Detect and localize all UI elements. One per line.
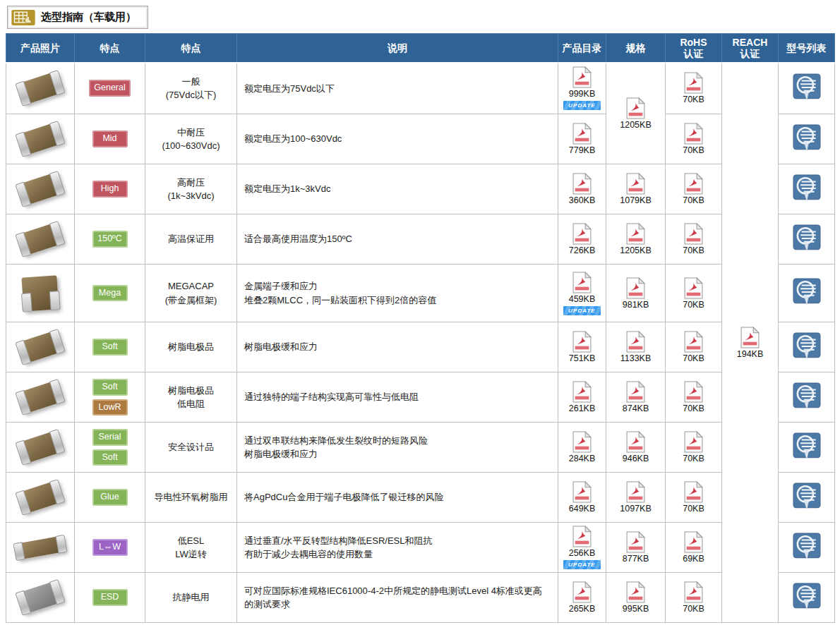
rohs-pdf-link[interactable]: 70KB xyxy=(683,223,704,255)
rohs-pdf-link[interactable]: 70KB xyxy=(683,381,704,413)
feature-text: 低ESL LW逆转 xyxy=(145,523,237,573)
selection-guide-table: 产品照片 特点 特点 说明 产品目录 规格 RoHS 认证 REACH 认证 型… xyxy=(6,33,835,623)
description-text: 适合最高使用温度为150ºC xyxy=(237,214,558,265)
model-list-icon[interactable] xyxy=(793,382,821,411)
spec-pdf-link[interactable]: 981KB xyxy=(623,277,649,310)
file-size: 999KB xyxy=(569,89,596,99)
pdf-icon xyxy=(626,331,645,353)
file-size: 70KB xyxy=(683,145,704,155)
catalog-pdf-link[interactable]: 779KB xyxy=(569,123,596,155)
col-header-models: 型号列表 xyxy=(779,34,835,63)
spec-pdf-link[interactable]: 1097KB xyxy=(620,481,651,514)
feature-text: 树脂电极品 低电阻 xyxy=(145,372,237,423)
pdf-icon xyxy=(684,481,703,503)
file-size: 261KB xyxy=(569,403,596,413)
model-list-icon[interactable] xyxy=(793,483,821,511)
feature-text: 安全设计品 xyxy=(145,423,237,473)
update-badge: UPDATE xyxy=(563,560,600,569)
feature-text: 树脂电极品 xyxy=(145,322,237,372)
catalog-pdf-link[interactable]: 999KB UPDATE xyxy=(563,66,600,110)
product-photo xyxy=(17,122,64,157)
model-list-icon[interactable] xyxy=(793,224,821,253)
table-row: Soft 树脂电极品 树脂电极缓和应力 751KB 1133KB 70KB xyxy=(6,322,835,372)
spec-pdf-link[interactable]: 1205KB xyxy=(620,97,651,130)
spec-pdf-link[interactable]: 995KB xyxy=(623,581,649,614)
catalog-pdf-link[interactable]: 726KB xyxy=(569,223,596,255)
rohs-pdf-link[interactable]: 69KB xyxy=(683,531,704,564)
pdf-icon xyxy=(684,277,703,299)
file-size: 265KB xyxy=(569,604,596,614)
pdf-icon xyxy=(684,381,703,403)
model-list-icon[interactable] xyxy=(793,73,821,102)
catalog-pdf-link[interactable]: 751KB xyxy=(569,331,596,363)
model-list-icon[interactable] xyxy=(793,278,821,306)
file-size: 751KB xyxy=(569,353,596,363)
rohs-pdf-link[interactable]: 70KB xyxy=(683,331,704,363)
reach-pdf-link[interactable]: 194KB xyxy=(737,327,764,359)
spec-pdf-link[interactable]: 1133KB xyxy=(620,331,652,363)
file-size: 995KB xyxy=(623,604,649,614)
col-header-badge: 特点 xyxy=(75,34,145,63)
pdf-icon xyxy=(572,526,592,547)
pdf-icon xyxy=(626,381,645,403)
description-text: 额定电压为100~630Vdc xyxy=(237,114,558,164)
file-size: 779KB xyxy=(569,145,596,155)
file-size: 70KB xyxy=(683,604,704,614)
spec-pdf-link[interactable]: 1205KB xyxy=(620,223,651,255)
model-list-icon[interactable] xyxy=(793,174,821,202)
model-list-icon[interactable] xyxy=(793,533,821,561)
catalog-pdf-link[interactable]: 265KB xyxy=(569,581,596,614)
pdf-icon xyxy=(684,581,703,603)
col-header-desc: 说明 xyxy=(237,34,558,63)
feature-text: 高耐压 (1k~3kVdc) xyxy=(145,164,237,214)
file-size: 70KB xyxy=(683,195,704,205)
rohs-pdf-link[interactable]: 70KB xyxy=(683,173,704,205)
file-size: 70KB xyxy=(683,300,704,310)
description-text: 额定电压为1k~3kVdc xyxy=(237,164,558,214)
model-list-icon[interactable] xyxy=(793,583,821,611)
file-size: 256KB xyxy=(569,548,596,558)
pdf-icon xyxy=(684,331,703,353)
catalog-pdf-link[interactable]: 261KB xyxy=(569,381,596,413)
rohs-pdf-link[interactable]: 70KB xyxy=(683,277,704,310)
pdf-icon xyxy=(684,123,703,145)
pdf-icon xyxy=(572,173,592,195)
model-list-icon[interactable] xyxy=(793,332,821,360)
description-text: 树脂电极缓和应力 xyxy=(237,322,558,372)
pdf-icon xyxy=(626,223,645,245)
catalog-pdf-link[interactable]: 256KB UPDATE xyxy=(563,526,600,569)
file-size: 70KB xyxy=(683,504,704,514)
feature-text: 高温保证用 xyxy=(145,214,237,265)
catalog-pdf-link[interactable]: 284KB xyxy=(569,431,596,463)
model-list-icon[interactable] xyxy=(793,432,821,461)
pdf-icon xyxy=(684,173,703,195)
spec-pdf-link[interactable]: 874KB xyxy=(623,381,649,413)
feature-badge: ESD xyxy=(92,589,128,606)
rohs-pdf-link[interactable]: 70KB xyxy=(683,431,704,463)
catalog-pdf-link[interactable]: 649KB xyxy=(569,481,596,514)
rohs-pdf-link[interactable]: 70KB xyxy=(683,481,704,514)
rohs-pdf-link[interactable]: 70KB xyxy=(683,581,704,614)
table-row: Soft LowR 树脂电极品 低电阻 通过独特的端子结构实现高可靠性与低电阻 … xyxy=(6,372,835,423)
rohs-pdf-link[interactable]: 70KB xyxy=(683,123,704,155)
pdf-icon xyxy=(572,481,592,503)
spec-pdf-link[interactable]: 1079KB xyxy=(620,173,651,205)
description-text: 将AgPdCu合金用于端子电极降低了银迁移的风险 xyxy=(237,473,558,523)
description-text: 额定电压为75Vdc以下 xyxy=(237,63,558,114)
catalog-pdf-link[interactable]: 360KB xyxy=(569,173,596,205)
product-photo xyxy=(17,71,64,106)
catalog-pdf-link[interactable]: 459KB UPDATE xyxy=(563,272,600,315)
pdf-icon xyxy=(572,581,592,603)
pdf-icon xyxy=(626,431,645,453)
product-photo xyxy=(17,172,64,207)
model-list-icon[interactable] xyxy=(793,124,821,152)
spec-pdf-link[interactable]: 946KB xyxy=(623,431,649,463)
feature-badge: Mid xyxy=(92,131,128,147)
file-size: 70KB xyxy=(683,403,704,413)
spec-pdf-link[interactable]: 877KB xyxy=(623,531,649,564)
header-row: 产品照片 特点 特点 说明 产品目录 规格 RoHS 认证 REACH 认证 型… xyxy=(6,34,835,63)
product-photo xyxy=(17,222,64,257)
feature-badge: Glue xyxy=(92,489,128,506)
pdf-icon xyxy=(684,531,703,553)
rohs-pdf-link[interactable]: 70KB xyxy=(683,72,704,104)
